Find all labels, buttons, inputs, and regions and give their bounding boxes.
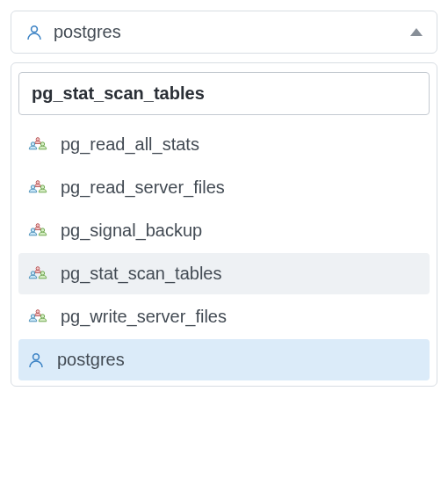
svg-point-2 [31, 141, 34, 145]
svg-point-8 [31, 228, 34, 231]
svg-point-10 [36, 266, 40, 270]
svg-point-9 [40, 228, 44, 231]
user-icon [27, 351, 45, 369]
group-roles-icon [27, 178, 48, 198]
svg-point-14 [31, 314, 34, 317]
svg-point-11 [31, 271, 34, 274]
user-icon [25, 24, 43, 41]
role-option-label: pg_write_server_files [61, 307, 227, 327]
role-select-dropdown: pg_read_all_statspg_read_server_filespg_… [11, 62, 437, 387]
svg-point-13 [36, 309, 40, 313]
group-roles-icon [27, 308, 48, 327]
chevron-up-icon [410, 28, 423, 36]
svg-point-0 [32, 25, 38, 32]
role-search-input[interactable] [32, 83, 416, 104]
role-option[interactable]: pg_write_server_files [18, 296, 430, 337]
role-option-label: pg_stat_scan_tables [61, 264, 221, 284]
role-search-box [18, 72, 430, 115]
role-option-label: pg_signal_backup [61, 221, 202, 241]
svg-point-5 [31, 185, 34, 188]
role-options-list: pg_read_all_statspg_read_server_filespg_… [18, 124, 430, 380]
group-roles-icon [27, 135, 48, 155]
group-roles-icon [27, 264, 48, 284]
group-roles-icon [27, 221, 48, 241]
svg-point-7 [36, 223, 40, 227]
role-option[interactable]: pg_stat_scan_tables [18, 253, 430, 294]
svg-point-1 [36, 137, 40, 141]
svg-point-6 [40, 185, 44, 188]
svg-point-12 [40, 271, 44, 274]
role-option[interactable]: pg_read_server_files [18, 167, 430, 208]
svg-point-4 [36, 180, 40, 184]
role-select-header[interactable]: postgres [11, 11, 437, 54]
role-option-label: pg_read_server_files [61, 177, 225, 198]
role-option[interactable]: pg_read_all_stats [18, 124, 430, 165]
role-select-selected-label: postgres [54, 22, 400, 42]
svg-point-3 [40, 141, 44, 145]
svg-point-16 [33, 353, 40, 359]
role-option[interactable]: postgres [18, 339, 430, 380]
role-option-label: postgres [57, 350, 125, 370]
role-option[interactable]: pg_signal_backup [18, 210, 430, 251]
role-option-label: pg_read_all_stats [61, 134, 199, 155]
svg-point-15 [40, 314, 44, 317]
